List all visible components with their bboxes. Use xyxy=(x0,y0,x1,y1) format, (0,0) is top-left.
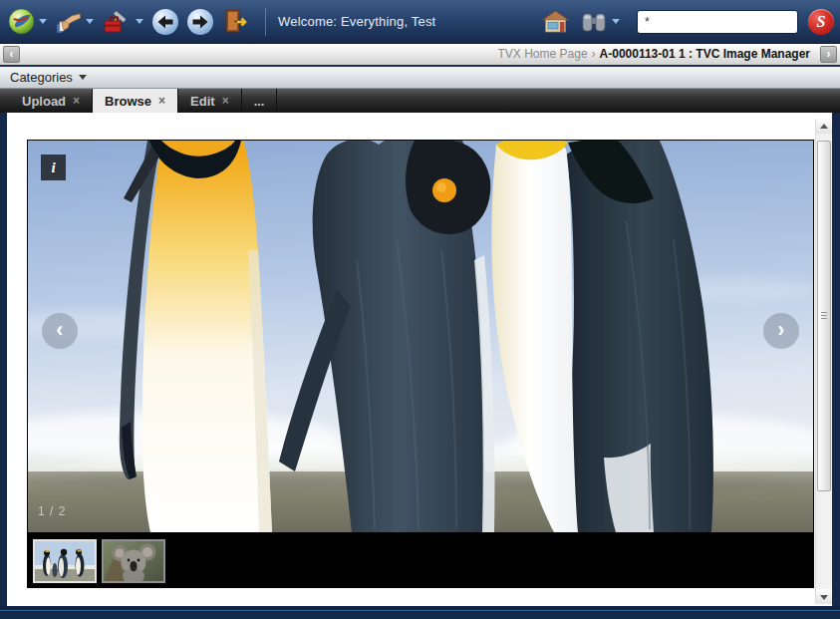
caret-down-icon xyxy=(79,75,87,80)
tab-close-button[interactable]: × xyxy=(222,94,229,108)
back-button[interactable] xyxy=(152,9,178,35)
tools-menu-button[interactable] xyxy=(103,8,143,35)
browse-tab-content: i ‹ › 1 / 2 xyxy=(7,113,832,606)
tab-label: Upload xyxy=(22,94,66,109)
tab-edit[interactable]: Edit × xyxy=(178,89,242,113)
logout-button[interactable] xyxy=(222,8,250,35)
thumbnail-strip xyxy=(27,533,814,588)
search-input[interactable] xyxy=(637,10,798,34)
tvc-logo: S xyxy=(808,9,834,35)
breadcrumb-current-item: A-0000113-01 1 : TVC Image Manager xyxy=(600,47,810,61)
breadcrumb-forward-button[interactable]: › xyxy=(820,46,837,63)
carousel-next-button[interactable]: › xyxy=(763,313,799,349)
home-icon xyxy=(540,8,571,36)
breadcrumb-separator: › xyxy=(588,47,600,61)
arrow-right-icon xyxy=(192,15,208,29)
vertical-scrollbar[interactable] xyxy=(815,119,832,604)
toolbox-hammer-icon xyxy=(103,8,132,35)
tvc-image-manager-window: { "toolbar": { "welcome_text": "Welcome:… xyxy=(0,0,840,619)
thumbnail-penguins[interactable] xyxy=(33,539,97,583)
image-carousel: i ‹ › 1 / 2 xyxy=(27,140,814,588)
welcome-text: Welcome: Everything, Test xyxy=(278,14,435,29)
arrow-left-icon xyxy=(157,15,173,29)
chevron-down-icon xyxy=(136,19,143,24)
pointing-hand-icon xyxy=(56,9,82,35)
chevron-down-icon xyxy=(612,19,620,24)
breadcrumb-back-button[interactable]: ‹ xyxy=(3,46,20,63)
tab-label: Browse xyxy=(105,94,151,109)
thumbnail-koala[interactable] xyxy=(102,539,165,583)
tab-upload[interactable]: Upload × xyxy=(10,89,93,113)
search-type-menu-button[interactable] xyxy=(580,9,620,35)
chevron-down-icon xyxy=(86,19,94,24)
actions-menu-button[interactable] xyxy=(56,9,94,35)
compass-menu-button[interactable] xyxy=(8,8,47,35)
forward-button[interactable] xyxy=(187,9,213,35)
tab-label: Edit xyxy=(190,94,215,109)
toolbar-divider xyxy=(265,8,266,36)
carousel-prev-button[interactable]: ‹ xyxy=(42,313,78,349)
toolbar-right-group: S xyxy=(540,8,840,36)
scroll-down-button[interactable] xyxy=(816,589,832,604)
tab-label: ... xyxy=(254,94,265,109)
logout-door-icon xyxy=(222,8,250,35)
breadcrumb: TVX Home Page›A-0000113-01 1 : TVC Image… xyxy=(498,44,810,65)
categories-dropdown[interactable]: Categories xyxy=(0,65,840,89)
window-bottom-border xyxy=(0,606,840,619)
tab-close-button[interactable]: × xyxy=(73,94,80,108)
compass-icon xyxy=(8,8,35,35)
tab-more[interactable]: ... xyxy=(242,89,278,113)
scrollbar-thumb[interactable] xyxy=(817,141,831,491)
toolbar-left-group: Welcome: Everything, Test xyxy=(0,8,435,36)
tab-browse[interactable]: Browse × xyxy=(93,89,178,113)
breadcrumb-bar: ‹ TVX Home Page›A-0000113-01 1 : TVC Ima… xyxy=(0,44,840,65)
tab-close-button[interactable]: × xyxy=(158,94,165,108)
binoculars-icon xyxy=(580,9,608,35)
chevron-down-icon xyxy=(39,19,47,24)
tab-bar: Upload × Browse × Edit × ... xyxy=(0,89,840,113)
top-toolbar: Welcome: Everything, Test S xyxy=(0,0,840,44)
carousel-main-image: i ‹ › 1 / 2 xyxy=(27,140,814,533)
breadcrumb-home-link[interactable]: TVX Home Page xyxy=(498,47,588,61)
categories-label: Categories xyxy=(10,70,73,85)
image-counter: 1 / 2 xyxy=(38,504,66,518)
penguins-photo xyxy=(28,141,813,532)
scroll-up-button[interactable] xyxy=(816,119,832,134)
home-button[interactable] xyxy=(540,8,571,36)
image-info-button[interactable]: i xyxy=(41,155,66,180)
